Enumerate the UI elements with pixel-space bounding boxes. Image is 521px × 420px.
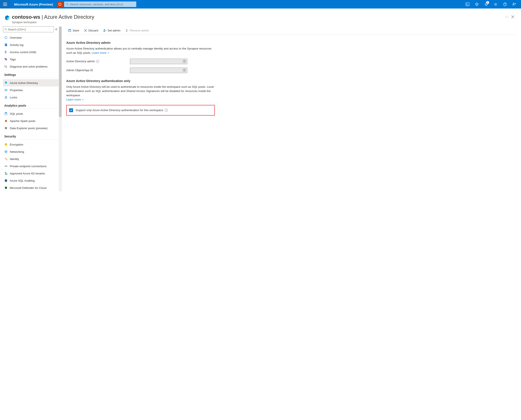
identity-icon [4, 157, 8, 161]
learn-more-link[interactable]: Learn more↗ [66, 98, 84, 101]
settings-gear-icon[interactable] [491, 0, 500, 8]
ad-admin-input[interactable] [130, 59, 187, 64]
sidebar-item-data-explorer[interactable]: Data Explorer pools (preview) [3, 125, 59, 132]
sidebar-item-networking[interactable]: Networking [3, 148, 59, 155]
toolbar-label: Set admin [108, 29, 121, 32]
sidebar-item-azure-ad[interactable]: Azure Active Directory [3, 79, 59, 86]
tags-icon [4, 58, 8, 61]
ad-admin-field-row: Active Directory admin i [66, 59, 215, 64]
external-link-icon: ↗ [107, 52, 109, 54]
remove-admin-button: Remove admin [123, 28, 151, 33]
cloud-shell-icon[interactable] [463, 0, 472, 8]
sidebar-item-identity[interactable]: Identity [3, 155, 59, 163]
synapse-workspace-icon [4, 15, 10, 21]
command-toolbar: Save Discard Set admin Remove admin [66, 26, 517, 35]
sidebar-item-tags[interactable]: Tags [3, 56, 59, 63]
save-icon [68, 29, 71, 32]
nav-label: Access control (IAM) [10, 51, 36, 54]
svg-point-10 [5, 58, 6, 59]
sidebar-item-overview[interactable]: Overview [3, 34, 59, 41]
global-search-input[interactable] [70, 3, 135, 6]
page-titles: contoso-ws | Azure Active Directory Syna… [12, 14, 502, 24]
nav-label: Identity [10, 158, 19, 161]
sidebar-item-spark-pools[interactable]: Apache Spark pools [3, 117, 59, 125]
help-icon[interactable] [501, 0, 509, 8]
svg-point-17 [6, 128, 6, 128]
sidebar-item-sql-pools[interactable]: SQL pools [3, 110, 59, 117]
hamburger-menu-button[interactable] [0, 0, 10, 8]
sidebar-item-private-endpoint[interactable]: Private endpoint connections [3, 163, 59, 170]
notifications-icon[interactable]: 1 [482, 0, 491, 8]
brand-label[interactable]: Microsoft Azure (Preview) [10, 3, 57, 6]
sidebar-item-locks[interactable]: Locks [3, 94, 59, 101]
top-navigation-bar: Microsoft Azure (Preview) 1 [0, 0, 521, 8]
locks-icon [4, 96, 8, 99]
sidebar-item-encryption[interactable]: Encryption [3, 141, 59, 148]
sql-auditing-icon [4, 179, 8, 182]
sidebar-item-diagnose[interactable]: Diagnose and solve problems [3, 63, 59, 70]
set-admin-button[interactable]: Set admin [101, 28, 122, 33]
highlighted-checkbox-region: Support only Azure Active Directory auth… [66, 105, 215, 116]
admin-object-id-input[interactable] [130, 68, 187, 73]
nav-label: SQL pools [10, 112, 23, 115]
sidebar-item-approved-tenants[interactable]: Approved Azure AD tenants [3, 170, 59, 177]
learn-more-link[interactable]: Learn more↗ [92, 51, 109, 54]
sidebar-item-defender[interactable]: Microsoft Defender for Cloud [3, 184, 59, 191]
svg-point-8 [5, 51, 6, 52]
discard-button[interactable]: Discard [82, 28, 100, 33]
nav-label: Diagnose and solve problems [10, 65, 48, 68]
admin-object-id-field-row: Admin Object/App ID [66, 68, 215, 73]
checkbox-label: Support only Azure Active Directory auth… [76, 109, 168, 112]
directories-icon[interactable] [473, 0, 481, 8]
svg-rect-14 [5, 97, 7, 98]
resource-menu-sidebar: Overview Activity log Access control (IA… [3, 26, 59, 191]
top-icon-bar: 1 [463, 0, 521, 8]
svg-rect-2 [466, 3, 469, 6]
svg-point-6 [5, 29, 6, 30]
toolbar-label: Discard [88, 29, 98, 32]
copy-button[interactable] [182, 59, 186, 64]
properties-icon [4, 88, 8, 92]
svg-point-3 [495, 4, 496, 5]
svg-rect-11 [5, 89, 5, 91]
notification-badge: 1 [486, 1, 489, 4]
close-blade-button[interactable] [510, 14, 516, 20]
more-actions-button[interactable]: ⋯ [504, 14, 510, 20]
svg-point-19 [5, 158, 6, 159]
main-content: Save Discard Set admin Remove admin Azur… [63, 26, 521, 191]
nav-label: Properties [10, 89, 23, 92]
svg-point-9 [6, 51, 7, 52]
blade-header: contoso-ws | Azure Active Directory Syna… [0, 8, 521, 26]
info-icon[interactable]: i [96, 60, 99, 63]
nav-label: Tags [10, 58, 16, 61]
encryption-icon [4, 143, 8, 146]
sidebar-item-access-control[interactable]: Access control (IAM) [3, 48, 59, 56]
sidebar-item-properties[interactable]: Properties [3, 86, 59, 94]
svg-point-5 [513, 3, 514, 4]
sidebar-search-input[interactable] [8, 28, 52, 31]
feedback-icon[interactable] [510, 0, 518, 8]
sidebar-search[interactable] [3, 26, 54, 32]
nav-label: Overview [10, 36, 22, 39]
save-button[interactable]: Save [66, 28, 81, 33]
field-label: Admin Object/App ID [66, 69, 130, 72]
resource-type: Synapse workspace [12, 21, 502, 24]
copy-button[interactable] [182, 68, 186, 72]
sql-pools-icon [4, 112, 8, 115]
page-title: contoso-ws | Azure Active Directory [12, 14, 502, 20]
private-endpoint-icon [4, 165, 8, 168]
aad-only-checkbox[interactable] [69, 108, 73, 112]
sidebar-scrollbar[interactable] [59, 26, 62, 191]
sidebar-item-sql-auditing[interactable]: Azure SQL Auditing [3, 177, 59, 184]
nav-label: Approved Azure AD tenants [10, 172, 45, 175]
info-icon[interactable]: i [165, 109, 168, 112]
sidebar-item-activity-log[interactable]: Activity log [3, 41, 59, 48]
svg-point-22 [5, 172, 6, 173]
remove-admin-icon [125, 29, 128, 32]
preview-badge-icon[interactable] [57, 1, 63, 7]
resource-name: contoso-ws [12, 14, 40, 20]
scrollbar-thumb[interactable] [59, 26, 62, 117]
svg-point-15 [5, 112, 7, 113]
global-search-box[interactable] [64, 1, 136, 7]
collapse-sidebar-button[interactable] [54, 28, 59, 30]
